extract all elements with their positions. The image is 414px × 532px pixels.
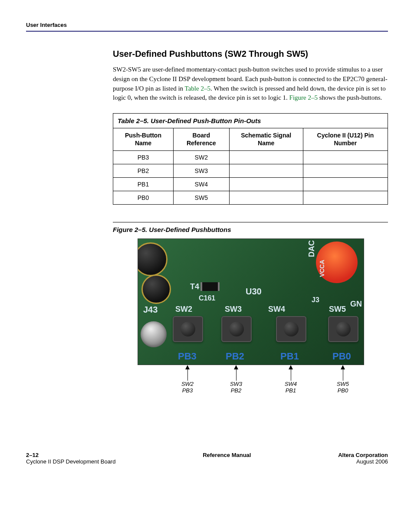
silk-c161: C161 (199, 294, 215, 302)
silk-vcca: VCCA (319, 260, 325, 277)
cell (303, 151, 388, 164)
silk-sw5: SW5 (329, 305, 346, 314)
pcb-photo: J43 T4 C161 U30 J3 DAC VCCA GN SW2 SW3 S… (138, 238, 364, 365)
section-heading: User-Defined Pushbuttons (SW2 Through SW… (113, 49, 388, 59)
callout-top: SW3 (223, 381, 249, 387)
figure-callouts: SW2 PB3 SW3 PB2 SW4 PB1 (138, 365, 363, 400)
callout-top: SW5 (330, 381, 356, 387)
th-push-button-name: Push-Button Name (113, 128, 174, 151)
body-seg-2: shows the push-buttons. (318, 94, 382, 101)
screw-icon (141, 321, 167, 347)
arrow-stem (236, 369, 237, 381)
table-header-row: Push-Button Name Board Reference Schemat… (113, 128, 388, 151)
pushbutton-icon (276, 316, 306, 342)
cell: SW5 (173, 191, 229, 205)
footer-company: Altera Corporation (338, 452, 388, 458)
footer-center-title: Reference Manual (203, 452, 251, 458)
silk-sw2: SW2 (175, 305, 192, 314)
callout-top: SW2 (174, 381, 200, 387)
silk-j43: J43 (143, 305, 158, 315)
arrow-up-icon (289, 365, 293, 369)
cell: SW3 (173, 164, 229, 178)
xref-table: Table 2–5 (185, 85, 210, 92)
arrow-up-icon (234, 365, 238, 369)
cell (229, 164, 303, 178)
footer-left: 2–12 Cyclone II DSP Development Board (26, 452, 115, 465)
silk-sw3: SW3 (225, 305, 242, 314)
arrow-stem (187, 369, 188, 381)
arrow-up-icon (341, 365, 345, 369)
arrow-stem (343, 369, 343, 381)
table-row: PB1 SW4 (113, 178, 388, 191)
pushbutton-icon (221, 316, 252, 342)
table-row: PB2 SW3 (113, 164, 388, 178)
silk-pb1: PB1 (280, 351, 299, 362)
silk-pb2: PB2 (226, 351, 244, 362)
footer-page-number: 2–12 (26, 452, 115, 458)
cell (303, 164, 388, 178)
callout-bottom: PB0 (330, 387, 356, 394)
figure-area: J43 T4 C161 U30 J3 DAC VCCA GN SW2 SW3 S… (138, 238, 363, 400)
th-schematic-signal-name: Schematic Signal Name (229, 128, 303, 151)
cell (229, 178, 303, 191)
cell: SW4 (173, 178, 229, 191)
pinout-table: Table 2–5. User-Defined Push-Button Pin-… (113, 113, 388, 205)
silk-pb3: PB3 (178, 351, 197, 362)
cell (303, 178, 388, 191)
silk-pb0: PB0 (332, 351, 351, 362)
cell (303, 191, 388, 205)
callout-bottom: PB2 (223, 387, 249, 394)
callout: SW4 PB1 (278, 365, 304, 394)
figure-caption: Figure 2–5. User-Defined Pushbuttons (113, 222, 388, 233)
table-caption: Table 2–5. User-Defined Push-Button Pin-… (113, 113, 388, 128)
pushbutton-icon (328, 316, 358, 342)
callout-bottom: PB1 (278, 387, 304, 394)
intro-paragraph: SW2-SW5 are user-defined momentary-conta… (113, 65, 388, 103)
table-row: PB0 SW5 (113, 191, 388, 205)
arrow-stem (291, 369, 291, 381)
cell (229, 151, 303, 164)
capacitor-icon (138, 242, 168, 276)
xref-figure: Figure 2–5 (289, 94, 318, 101)
main-content: User-Defined Pushbuttons (SW2 Through SW… (113, 49, 388, 400)
cell: PB3 (113, 151, 174, 164)
silk-u30: U30 (246, 287, 262, 297)
footer-doc-title: Cyclone II DSP Development Board (26, 458, 115, 465)
arrow-up-icon (185, 365, 190, 369)
silk-t4: T4 (190, 282, 199, 291)
chip-icon (202, 282, 218, 291)
cell: PB2 (113, 164, 174, 178)
callout: SW2 PB3 (174, 365, 200, 394)
footer-right: Altera Corporation August 2006 (338, 452, 388, 465)
running-head: User Interfaces (26, 22, 388, 28)
pushbutton-icon (173, 316, 203, 342)
cell (229, 191, 303, 205)
silk-sw4: SW4 (268, 305, 285, 314)
callout: SW3 PB2 (223, 365, 249, 394)
table-row: PB3 SW2 (113, 151, 388, 164)
footer-date: August 2006 (338, 458, 388, 465)
th-pin-number: Cyclone II (U12) Pin Number (303, 128, 388, 151)
page-footer: 2–12 Cyclone II DSP Development Board Re… (26, 452, 388, 465)
cell: PB1 (113, 178, 174, 191)
cell: PB0 (113, 191, 174, 205)
capacitor-icon (141, 274, 171, 304)
silk-gn: GN (350, 300, 362, 309)
footer-center: Reference Manual (203, 452, 251, 465)
th-board-reference: Board Reference (173, 128, 229, 151)
callout-top: SW4 (278, 381, 304, 387)
callout: SW5 PB0 (330, 365, 356, 394)
cell: SW2 (173, 151, 229, 164)
silk-j3: J3 (312, 296, 319, 304)
callout-bottom: PB3 (174, 387, 200, 394)
header-rule (26, 31, 388, 32)
silk-dac: DAC (307, 240, 316, 257)
